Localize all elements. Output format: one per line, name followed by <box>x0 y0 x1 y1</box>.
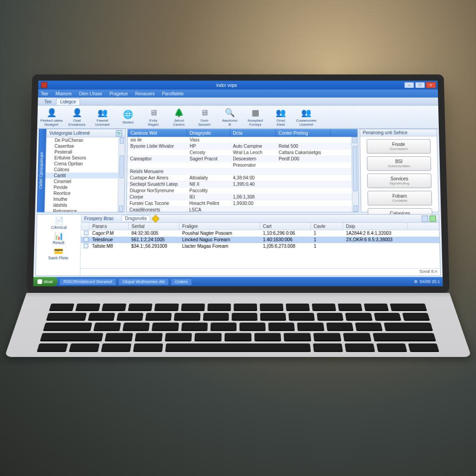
action-button[interactable]: FobarnCortatele <box>367 191 432 205</box>
scrollbar-vertical[interactable] <box>351 137 358 212</box>
bottom-nav-button[interactable]: 📄Cikmical <box>40 217 78 230</box>
tree-item[interactable]: Crena Oprtian <box>46 161 119 167</box>
toolbar-button[interactable]: 🌐Sksted <box>116 106 140 128</box>
table-cell: 1A2844:2 8.4:1,32003 <box>343 230 408 237</box>
start-button[interactable]: stuar <box>33 277 57 286</box>
toolbar-button[interactable]: 👥OmulEleel <box>268 106 293 128</box>
toolbar-button[interactable]: 🖥OumSessert <box>192 106 217 128</box>
table-row[interactable]: CeaidléonesrtsLSCA <box>126 207 352 212</box>
tree-item[interactable]: Retronence <box>45 208 118 212</box>
tab-active[interactable]: Lidegce <box>56 98 80 105</box>
toolbar-button[interactable]: ▦NowybedForreys <box>243 106 268 128</box>
action-button-sublabel: Sigrwinutiog <box>390 181 410 185</box>
grid-body[interactable]: sis ileVassBysorie Llstie WivalorHPAuto … <box>126 137 352 212</box>
bottom-nav-button[interactable]: 📊Resolt <box>40 231 77 245</box>
tray-icon[interactable]: ⚙ <box>414 279 418 284</box>
table-row[interactable]: sis ileVass <box>127 137 351 144</box>
action-button[interactable]: FnodeGorroasers <box>367 139 431 153</box>
right-pane-title: Perairoing unti Sehice <box>363 130 407 135</box>
menu-item[interactable]: Pragetue <box>109 91 128 96</box>
screen-bezel: indcr vops – □ × TeeMianoreDien LfrasePr… <box>26 74 450 293</box>
table-row[interactable]: Presorrator <box>127 162 351 169</box>
menu-item[interactable]: Renauers <box>135 91 155 96</box>
menu-item[interactable]: Mianore <box>55 91 72 96</box>
tab-inactive[interactable]: Tee <box>40 99 55 105</box>
toolbar-button[interactable]: 👥FawnelUcemant <box>90 106 115 128</box>
table-row[interactable]: CareapttorSagert PracotDesoesternPerdf.D… <box>127 156 351 162</box>
action-button[interactable]: SorvicesSigrwinutiog <box>367 173 432 188</box>
scrollbar-vertical[interactable] <box>118 138 125 212</box>
toolbar-button[interactable]: 👥CowamoneeUsentret <box>294 106 318 128</box>
tree-item[interactable]: Cinsmiel <box>46 178 118 185</box>
tree-item[interactable]: Reortice <box>45 190 118 196</box>
tree-item[interactable]: Cúitces <box>46 167 118 173</box>
column-header[interactable]: Dsip <box>343 223 408 230</box>
window-title: indcr vops <box>216 83 237 88</box>
column-header[interactable]: Sertial <box>129 223 179 230</box>
nav-tree[interactable]: De PoiCheranCaserttsePesterallErtlulvie … <box>45 138 119 212</box>
tree-item[interactable]: Imuthe <box>45 196 118 202</box>
column-header[interactable]: Cavle <box>311 223 344 230</box>
tree-item[interactable]: Cantit <box>46 172 118 178</box>
table-row[interactable]: Sectiepl Svuatchl LatepN8 X1,395:0,40 <box>127 181 352 188</box>
table-row[interactable]: Taltste:M8$34.1:,56.291009Llacter Magas … <box>81 243 440 250</box>
tool-icon[interactable] <box>422 215 428 222</box>
tree-item[interactable]: iátshils <box>45 202 118 208</box>
center-pane: Caniicos WelDriagrysticDctaConter Pretin… <box>126 129 359 212</box>
table-row[interactable]: Bysorie Llstie WivalorHPAuto CarnpineRel… <box>127 143 351 150</box>
action-button[interactable]: BSISokenrunities <box>367 156 431 171</box>
table-row[interactable]: Diugnor NorSyrenunePaccolity <box>127 188 352 194</box>
column-header[interactable]: Caniicos Wel <box>128 129 187 137</box>
bottom-grid-body[interactable]: Cagor:P.M84:32:30.005Poushal Nagter Poso… <box>80 230 440 268</box>
table-cell <box>344 243 408 250</box>
bottom-nav-button[interactable]: 💳Saeti Plete <box>40 247 77 260</box>
person-green-icon: 👥 <box>97 107 108 118</box>
table-cell: Desoestern <box>230 156 276 162</box>
minimize-button[interactable]: – <box>404 82 414 88</box>
table-row[interactable]: Telestinue561.1:2,24:1005Lincked Naguc F… <box>81 237 439 243</box>
system-tray: ⚙ 5X/05 25.1 <box>411 279 443 284</box>
table-cell <box>81 243 89 250</box>
toolbar-button-label: AasrionorB <box>222 119 238 126</box>
column-header[interactable]: Driagrystic <box>187 129 230 137</box>
taskbar-task[interactable]: Ootere <box>171 278 192 285</box>
close-button[interactable]: × <box>426 82 436 88</box>
tree-item[interactable]: Ertlulvie Sexors <box>46 155 119 161</box>
menu-item[interactable]: Parolfalete <box>162 91 184 96</box>
column-header[interactable]: Fraligre <box>179 223 260 230</box>
table-cell: Sagert Pracot <box>187 156 230 162</box>
column-header[interactable]: Dcta <box>230 129 276 137</box>
tool-icon-green[interactable] <box>430 215 436 222</box>
column-header[interactable]: Cart <box>260 223 311 230</box>
toolbar-button[interactable]: 🌲JetrodCavers <box>166 106 191 128</box>
taskbar-task[interactable]: RISCRiVidetcord Storared <box>59 278 116 285</box>
table-cell <box>187 169 231 175</box>
toolbar-button-label: NowybedForreys <box>248 119 263 126</box>
column-header[interactable] <box>81 223 90 230</box>
tree-green-icon: 🌲 <box>173 107 185 118</box>
menu-item[interactable]: Tee <box>41 91 48 96</box>
table-row[interactable]: Cagor:P.M84:32:30.005Poushal Nagter Poso… <box>81 230 439 237</box>
refresh-icon[interactable]: ↻ <box>116 130 122 137</box>
maximize-button[interactable]: □ <box>415 82 425 88</box>
toolbar-button[interactable]: 🔍AasrionorB <box>218 106 242 128</box>
toolbar-button[interactable]: 🖥EviryRagerí <box>141 106 165 128</box>
column-header[interactable]: Parans <box>90 223 129 230</box>
table-row[interactable]: CerostyWral La LeochCattara Cakarisietgi… <box>127 150 351 156</box>
tree-item[interactable]: Pevide <box>45 185 118 191</box>
table-row[interactable]: Reishi Menuarre <box>127 169 352 175</box>
tree-item[interactable]: Pesterall <box>46 149 118 155</box>
tree-item[interactable]: Caserttse <box>46 143 118 149</box>
tree-item[interactable]: De PoiCheran <box>46 138 119 144</box>
column-header[interactable]: Conter Preting <box>276 129 331 137</box>
table-row[interactable]: CiorpeIEt1,06:1,308 <box>127 194 352 200</box>
table-row[interactable]: Furstei Cas TocorieHreacht Pelilnt1,9930… <box>127 200 352 207</box>
taskbar-task[interactable]: Olopal Wultmemen det <box>118 278 169 285</box>
toolbar-button[interactable]: 👤OsalErssances <box>65 106 90 128</box>
table-cell: Furstei Cas Tocorie <box>127 200 187 206</box>
toolbar-button[interactable]: 👤Peeked oaleaDeatgert <box>39 106 64 128</box>
menu-item[interactable]: Dien Lfrase <box>79 91 102 96</box>
bottom-tab[interactable]: Drsgsnotis <box>122 215 150 222</box>
table-cell: Sectiepl Svuatchl Latep <box>127 181 186 187</box>
table-row[interactable]: Cuetape Aer AirersAtloalaity4,38:84:00 <box>127 175 351 181</box>
